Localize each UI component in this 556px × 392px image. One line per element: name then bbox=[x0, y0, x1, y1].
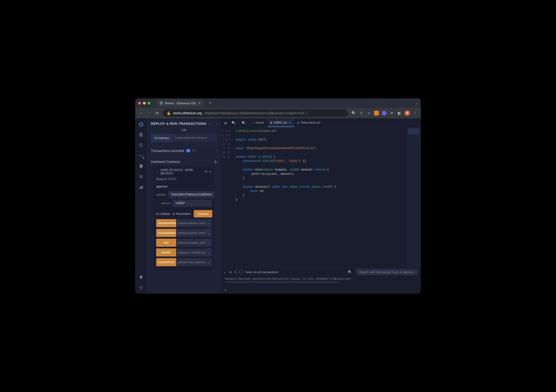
svg-line-7 bbox=[142, 176, 143, 176]
chevron-down-icon[interactable]: ⌄ bbox=[205, 219, 212, 227]
fn-button[interactable]: decreaseAllow bbox=[156, 219, 176, 227]
fn-row: increaseAllowaddress spender, uint256 ad… bbox=[156, 229, 212, 237]
chevron-down-icon[interactable]: ⌄ bbox=[205, 238, 212, 247]
or-label: OR bbox=[147, 127, 221, 133]
minimap[interactable] bbox=[407, 127, 421, 267]
contract-card: ⌄ USDC AT 0XCC2...29765 (BLOCKC ⧉ ✕ Bala… bbox=[153, 166, 215, 270]
chevron-down-icon[interactable]: ⌄ bbox=[156, 170, 159, 173]
copy-icon: ⧉ bbox=[156, 212, 158, 216]
editor[interactable]: 1 2 3 4 5 6 7 8 9 10 11 12 13 14 15 16 1… bbox=[221, 127, 421, 267]
browser-tab[interactable]: Remix - Ethereum IDE ✕ bbox=[156, 99, 204, 107]
remix-logo-icon[interactable] bbox=[138, 121, 144, 127]
editor-tabs: ▶ 🔍⁻ 🔍⁺ ⌂Home §USDC.sol✕ §TokenVault.sol bbox=[221, 118, 421, 127]
svg-point-13 bbox=[140, 287, 142, 288]
play-icon[interactable]: ▶ bbox=[223, 119, 229, 126]
debugger-icon[interactable] bbox=[138, 174, 144, 180]
terminal-search-input[interactable]: Search with transaction hash or address bbox=[356, 269, 418, 275]
at-address-input[interactable]: Load contract from Address bbox=[173, 134, 217, 142]
svg-rect-12 bbox=[142, 186, 143, 189]
extension-icons: 🔍 ⇪ ☆ ✦ ◧ F ⋮ bbox=[351, 110, 417, 116]
clear-icon[interactable]: ⊘ bbox=[229, 270, 232, 274]
fn-args-input[interactable]: address recipient, uint256 amou bbox=[176, 239, 205, 246]
url-path: /#optimize=false&runs=200&evmVersion=nul… bbox=[204, 111, 310, 115]
tab-usdc[interactable]: §USDC.sol✕ bbox=[268, 119, 294, 127]
check-icon: ✓ bbox=[208, 122, 211, 125]
maximize-window-icon[interactable] bbox=[147, 102, 150, 105]
chevron-down-icon[interactable]: ⌄ bbox=[224, 270, 226, 274]
fn-args-input[interactable]: address to, uint256 amount bbox=[176, 249, 205, 256]
close-icon[interactable]: ✕ bbox=[288, 121, 291, 124]
fn-args-input[interactable]: address spender, uint256 subtra bbox=[176, 219, 205, 227]
fn-args-input[interactable]: address spender, uint256 adde bbox=[176, 229, 205, 237]
calldata-button[interactable]: ⧉Calldata bbox=[156, 212, 170, 216]
tab-tokenvault[interactable]: §TokenVault.sol bbox=[294, 119, 323, 127]
amount-input[interactable]: "10000" bbox=[173, 200, 212, 207]
tx-count-badge: 7 bbox=[186, 149, 191, 152]
bookmark-icon[interactable]: ☆ bbox=[367, 111, 371, 116]
kebab-menu-icon[interactable]: ⋮ bbox=[413, 111, 417, 116]
analytics-icon[interactable] bbox=[138, 184, 144, 190]
profile-avatar[interactable]: F bbox=[405, 110, 410, 116]
spender-input[interactable]: "0x9C0dF07F962ec21C6080442 bbox=[168, 191, 215, 198]
info-icon[interactable]: ⓘ bbox=[193, 149, 196, 153]
tx-recorded-section: Transactions recorded 7 ⓘ › bbox=[147, 145, 221, 156]
extensions-puzzle-icon[interactable]: ✦ bbox=[389, 111, 394, 116]
panel-icon[interactable]: ◧ bbox=[397, 111, 402, 116]
search-icon[interactable] bbox=[138, 142, 144, 148]
copy-icon: ⧉ bbox=[173, 212, 175, 216]
parameters-button[interactable]: ⧉Parameters bbox=[173, 212, 191, 216]
chevron-down-icon[interactable]: ⌄ bbox=[205, 258, 212, 266]
tabs-dropdown-icon[interactable]: ⌄ bbox=[415, 101, 418, 105]
share-icon[interactable]: ⇪ bbox=[359, 111, 364, 116]
copy-icon[interactable]: ⧉ bbox=[205, 170, 207, 174]
zoom-search-icon[interactable]: 🔍 bbox=[351, 111, 356, 116]
chevron-right-icon[interactable]: › bbox=[216, 149, 217, 153]
compiler-icon[interactable] bbox=[138, 153, 144, 159]
fn-button[interactable]: transferFrom bbox=[156, 258, 176, 266]
settings-icon[interactable] bbox=[138, 285, 144, 291]
terminal-prompt[interactable]: > bbox=[221, 286, 421, 294]
zoom-in-icon[interactable]: 🔍⁺ bbox=[240, 119, 249, 126]
plugin-icon[interactable] bbox=[138, 274, 144, 280]
fn-button[interactable]: transfer bbox=[156, 248, 176, 257]
terminal-body[interactable]: transact to TokenVault._deposit errored:… bbox=[221, 276, 421, 286]
deploy-icon[interactable] bbox=[138, 163, 144, 169]
pending-count: 0 bbox=[235, 270, 236, 274]
fn-button[interactable]: mint bbox=[156, 239, 176, 247]
lock-icon: 🔒 bbox=[167, 111, 171, 115]
solidity-icon: § bbox=[297, 121, 299, 124]
chevron-right-icon[interactable]: › bbox=[216, 122, 217, 125]
transact-button[interactable]: transact bbox=[194, 210, 212, 217]
tab-close-icon[interactable]: ✕ bbox=[198, 101, 201, 105]
amount-label: amount: bbox=[156, 202, 171, 204]
file-explorer-icon[interactable] bbox=[138, 132, 144, 138]
listen-checkbox[interactable] bbox=[239, 270, 243, 274]
code-area[interactable]: // SPDX-License-Identifier: MIT pragma s… bbox=[233, 127, 407, 267]
terminal-scrollbar[interactable] bbox=[225, 281, 339, 283]
url-input[interactable]: 🔒 remix.ethereum.org/#optimize=false&run… bbox=[163, 109, 348, 117]
chevron-down-icon[interactable]: ⌄ bbox=[205, 229, 212, 237]
at-address-button[interactable]: At Address bbox=[151, 134, 173, 142]
deployed-label: Deployed Contracts bbox=[151, 160, 180, 164]
back-icon[interactable]: ← bbox=[139, 111, 143, 115]
zoom-out-icon[interactable]: 🔍⁻ bbox=[230, 119, 239, 126]
reload-icon[interactable]: ⟳ bbox=[155, 111, 160, 116]
forward-icon[interactable]: → bbox=[147, 111, 151, 115]
approve-function: approve ⌃ spender: "0x9C0dF07F962ec21C60… bbox=[156, 182, 212, 217]
home-icon: ⌂ bbox=[253, 121, 255, 124]
svg-line-3 bbox=[142, 146, 143, 147]
extension-icon[interactable] bbox=[382, 111, 386, 116]
close-window-icon[interactable] bbox=[138, 102, 141, 105]
fn-args-input[interactable]: address from, address to, uint25 bbox=[176, 259, 205, 266]
chevron-down-icon[interactable]: ⌄ bbox=[205, 248, 212, 257]
search-icon[interactable]: 🔍 bbox=[348, 270, 352, 274]
trash-icon[interactable]: 🗑 bbox=[214, 160, 217, 164]
new-tab-button[interactable]: + bbox=[209, 101, 212, 106]
metamask-icon[interactable] bbox=[374, 111, 379, 116]
close-icon[interactable]: ✕ bbox=[209, 170, 212, 174]
icon-sidebar bbox=[135, 118, 147, 294]
fn-button[interactable]: increaseAllow bbox=[156, 229, 176, 237]
minimize-window-icon[interactable] bbox=[143, 102, 146, 105]
tab-home[interactable]: ⌂Home bbox=[250, 119, 267, 127]
chevron-up-icon[interactable]: ⌃ bbox=[209, 185, 212, 188]
